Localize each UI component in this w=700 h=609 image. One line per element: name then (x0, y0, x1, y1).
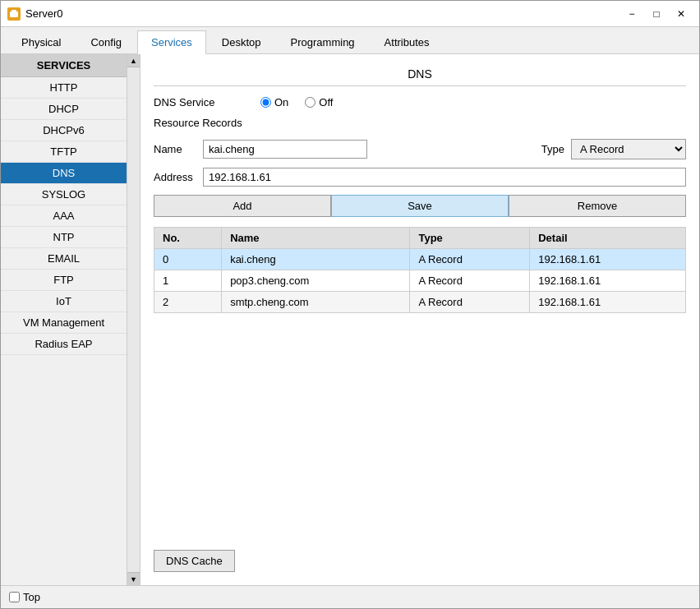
app-icon (7, 7, 21, 21)
col-name: Name (222, 228, 410, 249)
sidebar-item-tftp[interactable]: TFTP (1, 141, 127, 163)
remove-button[interactable]: Remove (509, 195, 686, 217)
table-row[interactable]: 2smtp.cheng.comA Record192.168.1.61 (154, 292, 686, 313)
sidebar-item-dhcp[interactable]: DHCP (1, 99, 127, 120)
sidebar-item-ntp[interactable]: NTP (1, 227, 127, 248)
cell-no: 2 (154, 292, 222, 313)
type-select[interactable]: A Record CNAME MX NS (571, 139, 686, 159)
name-type-row: Name Type A Record CNAME MX NS (154, 139, 686, 159)
top-label: Top (23, 591, 40, 603)
sidebar-item-ftp[interactable]: FTP (1, 270, 127, 291)
tab-config[interactable]: Config (76, 30, 136, 53)
name-input[interactable] (203, 140, 367, 159)
dns-section-title: DNS (154, 67, 686, 86)
minimize-button[interactable]: − (620, 4, 643, 24)
type-group: Type A Record CNAME MX NS (541, 139, 686, 159)
dns-service-label: DNS Service (154, 96, 260, 108)
address-label: Address (154, 171, 203, 183)
cell-name: smtp.cheng.com (222, 292, 410, 313)
sidebar-item-syslog[interactable]: SYSLOG (1, 184, 127, 205)
col-detail: Detail (530, 228, 686, 249)
main-content: SERVICES HTTP DHCP DHCPv6 TFTP DNS SYSLO… (1, 54, 699, 585)
sidebar-item-iot[interactable]: IoT (1, 291, 127, 312)
name-label: Name (154, 143, 203, 155)
action-buttons: Add Save Remove (154, 195, 686, 217)
add-button[interactable]: Add (154, 195, 331, 217)
radio-off-input[interactable] (305, 97, 315, 108)
window-title: Server0 (25, 7, 620, 20)
cell-type: A Record (410, 270, 530, 292)
cell-type: A Record (410, 292, 530, 313)
sidebar-scrollbar: ▲ ▼ (127, 54, 140, 585)
dns-content: DNS DNS Service On Off Resource Records (140, 54, 699, 585)
sidebar-item-dns[interactable]: DNS (1, 163, 127, 184)
dns-cache-button[interactable]: DNS Cache (154, 550, 235, 572)
address-input[interactable] (203, 168, 686, 187)
dns-service-row: DNS Service On Off (154, 96, 686, 108)
cell-no: 0 (154, 249, 222, 270)
table-header-row: No. Name Type Detail (154, 228, 686, 249)
sidebar-item-aaa[interactable]: AAA (1, 205, 127, 227)
sidebar-wrapper: SERVICES HTTP DHCP DHCPv6 TFTP DNS SYSLO… (1, 54, 140, 585)
cell-detail: 192.168.1.61 (530, 292, 686, 313)
radio-on-input[interactable] (260, 97, 271, 108)
scroll-track (127, 67, 140, 572)
sidebar-item-http[interactable]: HTTP (1, 77, 127, 99)
main-window: Server0 − □ ✕ Physical Config Services D… (0, 0, 700, 609)
scroll-up-button[interactable]: ▲ (127, 54, 140, 67)
cell-name: pop3.cheng.com (222, 270, 410, 292)
scroll-down-button[interactable]: ▼ (127, 572, 140, 585)
col-type: Type (410, 228, 530, 249)
radio-off[interactable]: Off (305, 96, 333, 108)
svg-rect-2 (12, 10, 16, 12)
table-row[interactable]: 1pop3.cheng.comA Record192.168.1.61 (154, 270, 686, 292)
tab-bar: Physical Config Services Desktop Program… (1, 27, 699, 54)
cell-type: A Record (410, 249, 530, 270)
sidebar: SERVICES HTTP DHCP DHCPv6 TFTP DNS SYSLO… (1, 54, 127, 585)
sidebar-item-vm[interactable]: VM Management (1, 312, 127, 334)
tab-physical[interactable]: Physical (7, 30, 75, 53)
sidebar-item-dhcpv6[interactable]: DHCPv6 (1, 120, 127, 141)
sidebar-list: HTTP DHCP DHCPv6 TFTP DNS SYSLOG AAA NTP… (1, 77, 127, 585)
sidebar-item-radius[interactable]: Radius EAP (1, 334, 127, 355)
svg-rect-1 (10, 12, 18, 17)
bottom-bar: DNS Cache (154, 550, 686, 572)
close-button[interactable]: ✕ (670, 4, 693, 24)
cell-name: kai.cheng (222, 249, 410, 270)
maximize-button[interactable]: □ (645, 4, 668, 24)
table-row[interactable]: 0kai.chengA Record192.168.1.61 (154, 249, 686, 270)
top-checkbox-label[interactable]: Top (9, 591, 40, 603)
tab-programming[interactable]: Programming (277, 30, 369, 53)
top-checkbox[interactable] (9, 592, 20, 602)
radio-on[interactable]: On (260, 96, 288, 108)
radio-off-label: Off (319, 96, 333, 108)
sidebar-item-email[interactable]: EMAIL (1, 248, 127, 270)
tab-desktop[interactable]: Desktop (208, 30, 275, 53)
save-button[interactable]: Save (331, 195, 509, 217)
radio-on-label: On (274, 96, 288, 108)
content-spacer (154, 313, 686, 540)
cell-no: 1 (154, 270, 222, 292)
tab-services[interactable]: Services (137, 30, 206, 54)
type-label: Type (541, 143, 564, 155)
window-controls: − □ ✕ (620, 4, 693, 24)
cell-detail: 192.168.1.61 (530, 270, 686, 292)
address-row: Address (154, 168, 686, 187)
title-bar: Server0 − □ ✕ (1, 1, 699, 27)
cell-detail: 192.168.1.61 (530, 249, 686, 270)
tab-attributes[interactable]: Attributes (371, 30, 444, 53)
dns-table: No. Name Type Detail 0kai.chengA Record1… (154, 227, 686, 313)
col-no: No. (154, 228, 222, 249)
window-footer: Top (1, 585, 699, 608)
resource-records-label: Resource Records (154, 117, 686, 132)
sidebar-header: SERVICES (1, 54, 127, 77)
dns-radio-group: On Off (260, 96, 333, 108)
